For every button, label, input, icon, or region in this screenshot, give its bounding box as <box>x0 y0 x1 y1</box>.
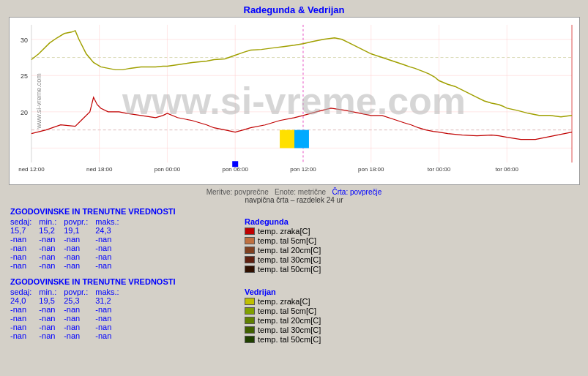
legend-color <box>245 307 255 315</box>
section2-legend: Vedrijan temp. zraka[C]temp. tal 5cm[C]t… <box>245 287 578 345</box>
col-povpr-2: povpr.: <box>64 287 95 296</box>
section2-title: ZGODOVINSKE IN TRENUTNE VREDNOSTI <box>10 277 578 286</box>
legend-color <box>245 256 255 263</box>
legend-label: temp. tal 50cm[C] <box>258 265 321 274</box>
table-row: -nan-nan-nan-nan <box>10 314 127 323</box>
crta-label: Črta: povprečje <box>332 188 382 196</box>
si-vreme-watermark-left: www.si-vreme.com <box>34 73 42 129</box>
svg-rect-28 <box>294 130 309 148</box>
legend-label: temp. tal 30cm[C] <box>258 326 321 334</box>
section2-legend-title: Vedrijan <box>245 287 578 296</box>
legend-label: temp. zraka[C] <box>258 297 310 306</box>
col-maks-2: maks.: <box>95 287 126 296</box>
chart-area: www.si-vreme.com www.si-vreme.com 30 25 … <box>9 17 580 185</box>
legend-item: temp. tal 20cm[C] <box>245 316 578 325</box>
navpicna-label: navpična črta – razdelek 24 ur <box>245 196 343 204</box>
svg-text:pon 00:00: pon 00:00 <box>154 166 180 173</box>
svg-rect-29 <box>232 161 238 167</box>
section2: ZGODOVINSKE IN TRENUTNE VREDNOSTI sedaj:… <box>10 277 578 345</box>
legend-color <box>245 228 255 235</box>
table-row: -nan-nan-nan-nan <box>10 261 127 270</box>
legend-color <box>245 326 255 334</box>
legend-color <box>245 336 255 343</box>
section1: ZGODOVINSKE IN TRENUTNE VREDNOSTI sedaj:… <box>10 207 578 274</box>
table-row: -nan-nan-nan-nan <box>10 244 127 252</box>
legend-label: temp. tal 30cm[C] <box>258 255 321 264</box>
legend-color <box>245 237 255 244</box>
legend-label: temp. tal 5cm[C] <box>258 236 316 245</box>
section1-legend-title: Radegunda <box>245 217 578 226</box>
table-row: -nan-nan-nan-nan <box>10 252 127 261</box>
legend-item: temp. tal 30cm[C] <box>245 255 578 264</box>
legend-item: temp. tal 50cm[C] <box>245 335 578 344</box>
col-maks-1: maks.: <box>95 217 126 226</box>
svg-rect-27 <box>280 130 294 148</box>
svg-text:ned 12:00: ned 12:00 <box>18 166 45 173</box>
legend-item: temp. tal 30cm[C] <box>245 326 578 334</box>
col-min-2: min.: <box>39 287 64 296</box>
svg-text:pon 06:00: pon 06:00 <box>222 166 248 173</box>
chart-title: Radegunda & Vedrijan <box>3 3 585 17</box>
col-min-1: min.: <box>39 217 64 226</box>
legend-color <box>245 247 255 254</box>
legend-item: temp. tal 20cm[C] <box>245 246 578 255</box>
col-povpr-1: povpr.: <box>64 217 95 226</box>
svg-text:pon 12:00: pon 12:00 <box>290 166 316 173</box>
svg-text:tor 06:00: tor 06:00 <box>495 166 518 173</box>
col-sedaj-2: sedaj: <box>10 287 39 296</box>
svg-text:tor 00:00: tor 00:00 <box>427 166 450 173</box>
svg-text:pon 18:00: pon 18:00 <box>358 166 384 173</box>
table-row: 24,019,525,331,2 <box>10 296 127 305</box>
main-container: Radegunda & Vedrijan www.si-vreme.com ww… <box>0 0 588 350</box>
legend-label: temp. tal 50cm[C] <box>258 335 321 344</box>
table-row: -nan-nan-nan-nan <box>10 331 127 340</box>
legend-item: temp. zraka[C] <box>245 227 578 236</box>
table-row: 15,715,219,124,3 <box>10 226 127 235</box>
svg-text:25: 25 <box>20 72 27 80</box>
svg-text:ned 18:00: ned 18:00 <box>86 166 112 173</box>
chart-svg: 30 25 20 ned 12:00 ned 18:00 pon 00:00 p… <box>10 18 579 184</box>
svg-text:20: 20 <box>20 109 27 116</box>
legend-label: temp. tal 5cm[C] <box>258 307 316 315</box>
legend-label: temp. tal 20cm[C] <box>258 246 321 255</box>
legend-item: temp. zraka[C] <box>245 297 578 306</box>
legend-item: temp. tal 5cm[C] <box>245 236 578 245</box>
legend-color <box>245 298 255 305</box>
section1-legend: Radegunda temp. zraka[C]temp. tal 5cm[C]… <box>245 217 578 274</box>
table-row: -nan-nan-nan-nan <box>10 235 127 244</box>
legend-color <box>245 266 255 273</box>
section1-title: ZGODOVINSKE IN TRENUTNE VREDNOSTI <box>10 207 578 216</box>
section2-table: sedaj: min.: povpr.: maks.: 24,019,525,3… <box>10 287 127 340</box>
enote-label: Enote: metrične <box>275 188 326 196</box>
legend-item: temp. tal 5cm[C] <box>245 307 578 315</box>
legend-label: temp. tal 20cm[C] <box>258 316 321 325</box>
chart-labels: Meritve: povprečne Enote: metrične Črta:… <box>3 188 585 204</box>
section1-table: sedaj: min.: povpr.: maks.: 15,715,219,1… <box>10 217 127 270</box>
col-sedaj-1: sedaj: <box>10 217 39 226</box>
section1-table-col: sedaj: min.: povpr.: maks.: 15,715,219,1… <box>10 217 230 274</box>
table-row: -nan-nan-nan-nan <box>10 305 127 314</box>
section2-table-col: sedaj: min.: povpr.: maks.: 24,019,525,3… <box>10 287 230 345</box>
meritve-label: Meritve: povprečne <box>206 188 269 196</box>
svg-text:30: 30 <box>20 37 27 44</box>
legend-label: temp. zraka[C] <box>258 227 310 236</box>
table-row: -nan-nan-nan-nan <box>10 323 127 331</box>
legend-color <box>245 317 255 324</box>
legend-item: temp. tal 50cm[C] <box>245 265 578 274</box>
